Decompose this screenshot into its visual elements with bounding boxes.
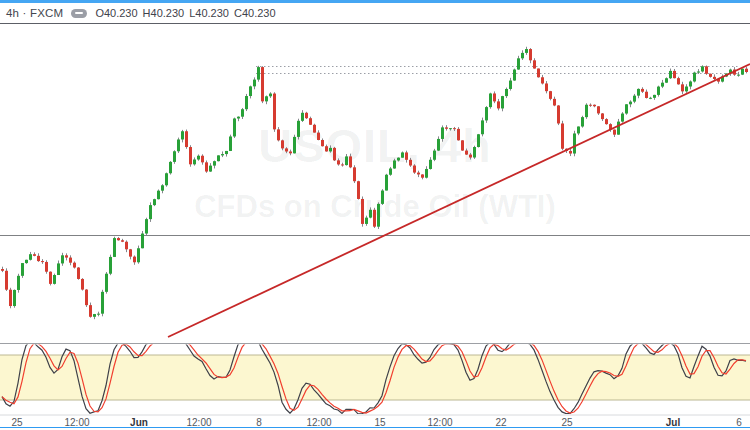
stoch-band [0,355,750,400]
ohlc-item: O40.230 [95,7,137,19]
time-axis-label: 25 [561,417,572,428]
legend-title[interactable]: 4h · FXCM [6,7,63,19]
time-axis-label: 15 [374,417,385,428]
time-axis-label: 12:00 [186,417,211,428]
time-axis-label: Jun [130,417,148,428]
ohlc-item: L40.230 [189,7,229,19]
time-axis-label: 12:00 [64,417,89,428]
time-axis-label: 25 [11,417,22,428]
minus-icon [75,12,83,14]
legend-ohlc-values: O40.230H40.230L40.230C40.230 [95,7,275,19]
ohlc-item: H40.230 [143,7,185,19]
symbol-legend: 4h · FXCM O40.230H40.230L40.230C40.230 [6,5,276,21]
time-axis-label: 8 [256,417,262,428]
candles-group [1,47,748,319]
legend-collapse-button[interactable] [71,9,87,18]
time-axis[interactable]: 2512:00Jun12:00812:001512:002225Jul6 [0,415,750,428]
time-axis-label: 22 [495,417,506,428]
chart-window: USOIL, 4h CFDs on Crude Oil (WTI) 4h · F… [0,0,750,430]
time-axis-label: 12:00 [306,417,331,428]
time-axis-label: Jul [666,417,680,428]
time-axis-label: 12:00 [427,417,452,428]
trendline-drawing[interactable] [168,64,750,337]
time-axis-label: 6 [736,417,742,428]
ohlc-item: C40.230 [234,7,276,19]
price-chart-canvas[interactable] [0,0,750,430]
